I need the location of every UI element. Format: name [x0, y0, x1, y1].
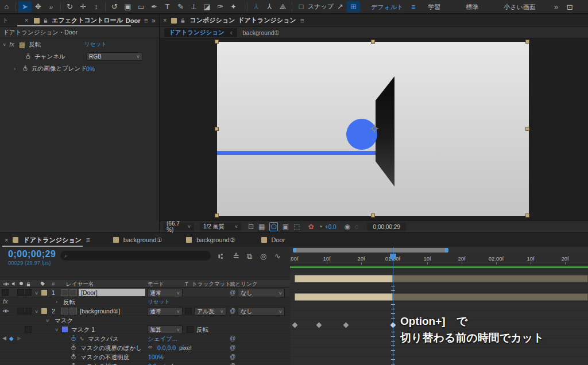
timeline-tab-background2[interactable]: background② [196, 236, 235, 244]
home-icon[interactable]: ⌂ [0, 1, 13, 13]
work-area-bar[interactable] [293, 248, 448, 253]
draft-3d-icon[interactable]: ≙ [233, 252, 239, 261]
magnification-dropdown[interactable]: (66.7 %) ˅ [163, 223, 194, 231]
parent-link-column-label[interactable]: 親とリンク [230, 281, 257, 288]
current-time-display[interactable]: 0;00;00;29 [367, 223, 406, 231]
lock-toggle[interactable] [25, 308, 32, 314]
chevron-right-icon[interactable]: › [56, 299, 57, 305]
workspace-tab-small-screen[interactable]: 小さい画面 [486, 3, 544, 11]
more-workspaces-icon[interactable]: » [554, 3, 559, 11]
timeline-tab-door[interactable]: Door [272, 236, 285, 243]
mode-column-label[interactable]: モード [148, 281, 164, 288]
timeline-tab-background1[interactable]: background① [123, 236, 162, 244]
layer-bar-door-tail[interactable] [393, 275, 588, 282]
brush-tool-icon[interactable]: ✎ [174, 1, 187, 13]
eraser-tool-icon[interactable]: ◪ [200, 1, 214, 13]
pickwhip-icon[interactable]: @ [230, 345, 235, 351]
group-label[interactable]: マスク [55, 317, 73, 325]
property-label[interactable]: マスクの不透明度 [80, 354, 129, 362]
property-row-mask-feather[interactable]: マスクの境界のぼかし ∞ 0.0,0.0 pixel @ [0, 343, 290, 352]
workspace-tab-standard[interactable]: 標準 [448, 3, 486, 11]
resolution-dropdown[interactable]: 1/2 画質 ˅ [200, 223, 241, 231]
rectangle-tool-icon[interactable]: ▭ [134, 1, 148, 13]
snap-checkbox-icon[interactable]: □ [295, 1, 308, 13]
composition-viewer[interactable] [160, 38, 588, 220]
keyframe-prev-icon[interactable]: ◀ [2, 336, 6, 341]
panel-menu-icon[interactable]: ≡ [300, 17, 304, 24]
timeline-search-input[interactable]: ⌕ [60, 251, 211, 261]
region-of-interest-icon[interactable]: ⬚ [293, 223, 300, 231]
expansion-value[interactable]: 0.0 [148, 363, 157, 365]
type-tool-icon[interactable]: T [161, 1, 174, 13]
snapshot-camera-icon[interactable]: ◉ [345, 223, 350, 231]
layer-handle[interactable] [525, 213, 529, 218]
blend-value[interactable]: 0% [86, 65, 95, 72]
panel-menu-icon[interactable]: ≡ [144, 17, 148, 24]
pickwhip-icon[interactable]: @ [230, 336, 235, 341]
layer-handle[interactable] [371, 213, 375, 218]
camera-tool-icon[interactable]: ▣ [121, 1, 134, 13]
unlock-icon[interactable] [43, 18, 48, 24]
track-matte-dropdown[interactable]: アル反 ˅ [194, 307, 226, 316]
layer-handle[interactable] [525, 40, 529, 44]
graph-toggle-icon[interactable]: ∿ [79, 336, 84, 341]
layer-label-color[interactable] [41, 290, 47, 296]
layer-handle[interactable] [371, 40, 375, 44]
time-ruler[interactable]: 0:00f 10f 20f 01:00f 10f 20f 02:00f 10f … [290, 254, 588, 265]
puppet-pin-tool-icon[interactable]: ✦ [227, 1, 240, 13]
layer-row-door[interactable]: ˅ 1 [Door] 通常 ˅ @ なし ˅ [0, 288, 290, 297]
panel-doc-name[interactable]: ドアトランジション [238, 16, 296, 25]
close-tab-icon[interactable]: × [25, 17, 28, 24]
mask-color-swatch[interactable] [62, 327, 68, 332]
link-dimensions-icon[interactable]: ∞ [148, 344, 152, 350]
pickwhip-icon[interactable]: @ [230, 290, 235, 296]
playhead-handle[interactable] [390, 254, 396, 258]
motion-blur-icon[interactable]: ◎ [260, 252, 266, 261]
work-area-end-handle[interactable] [445, 248, 448, 253]
keyframe-current-icon[interactable]: ◆ [9, 335, 14, 341]
mask-name[interactable]: マスク 1 [71, 326, 95, 334]
stopwatch-icon[interactable] [71, 344, 76, 351]
panel-title[interactable]: コンポジション [189, 16, 235, 25]
group-row-masks[interactable]: ˅ マスク [0, 316, 290, 325]
stopwatch-icon[interactable] [25, 53, 31, 60]
rotation-tool-icon[interactable]: ↺ [108, 1, 121, 13]
channel-show-icon[interactable]: ✿ [308, 223, 314, 231]
selection-tool-icon[interactable]: ➤ [18, 1, 32, 13]
mask-visibility-icon[interactable]: ⬠ [269, 222, 277, 231]
mask-visibility-toggle[interactable] [25, 326, 32, 333]
keyframe-next-icon[interactable]: ▶ [17, 336, 21, 341]
parent-dropdown[interactable]: なし ˅ [238, 289, 285, 297]
mask-mode-dropdown[interactable]: 加算 ˅ [147, 325, 183, 334]
property-row-mask-opacity[interactable]: マスクの不透明度 100% @ [0, 352, 290, 362]
video-toggle-eye-icon[interactable] [2, 309, 9, 313]
effect-name[interactable]: 反転 [63, 298, 75, 306]
feather-value[interactable]: 0.0,0.0 [157, 344, 176, 351]
layer-name-column-label[interactable]: レイヤー名 [66, 281, 94, 288]
close-tab-icon[interactable]: × [5, 237, 8, 243]
opacity-value[interactable]: 100% [148, 354, 164, 360]
channel-dropdown[interactable]: RGB ˅ [86, 52, 142, 61]
workspace-menu-icon[interactable]: ≡ [411, 3, 415, 10]
current-timecode[interactable]: 0;00;00;29 [8, 249, 56, 259]
layer-bar-background2-tail[interactable] [393, 293, 588, 301]
chevron-down-icon[interactable]: ˅ [3, 42, 6, 48]
layer-bar-door[interactable] [295, 275, 393, 282]
panel-title[interactable]: エフェクトコントロール [52, 16, 123, 25]
blend-mode-dropdown[interactable]: 通常 ˅ [147, 307, 183, 316]
track-matte-column-label[interactable]: トラックマット [192, 281, 231, 288]
partial-tab[interactable]: ト [2, 17, 9, 25]
lock-toggle[interactable] [25, 289, 32, 296]
roto-brush-tool-icon[interactable]: ✑ [214, 1, 227, 13]
property-label[interactable]: マスクの拡張 [80, 363, 117, 365]
mask-path-shape-link[interactable]: シェイプ... [148, 335, 177, 343]
exposure-value[interactable]: +0.0 [325, 224, 336, 230]
shy-arrow-icon[interactable]: ↗ [334, 1, 347, 13]
layer-handle[interactable] [215, 127, 219, 131]
property-label[interactable]: マスクパス [88, 335, 119, 343]
property-row-mask-expansion[interactable]: マスクの拡張 0.0 pixel @ [0, 362, 290, 365]
layer-handle[interactable] [215, 40, 219, 44]
pickwhip-icon[interactable]: @ [230, 308, 235, 314]
panel-doc-name[interactable]: Door [126, 17, 141, 24]
property-label[interactable]: マスクの境界のぼかし [80, 344, 142, 352]
